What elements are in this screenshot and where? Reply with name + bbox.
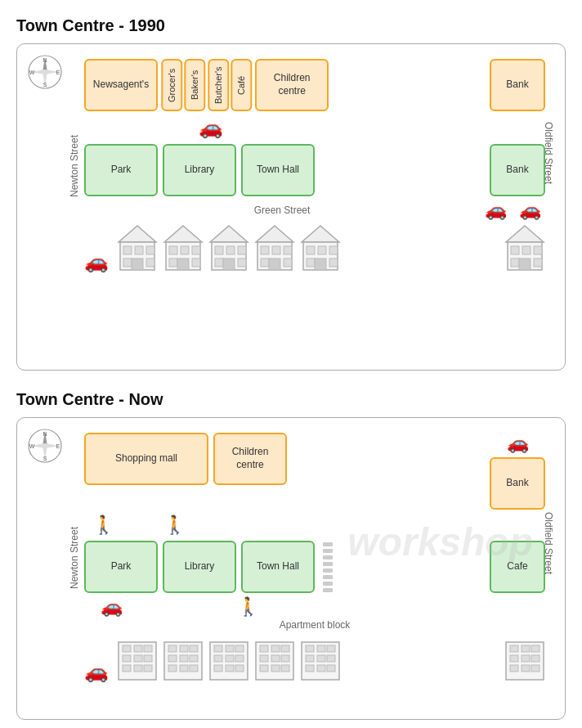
svg-rect-109 — [327, 645, 335, 652]
svg-rect-84 — [180, 665, 188, 672]
svg-text:S: S — [43, 456, 47, 461]
svg-rect-113 — [306, 665, 314, 672]
svg-rect-14 — [123, 258, 132, 267]
svg-rect-19 — [169, 246, 177, 254]
svg-marker-49 — [506, 226, 544, 242]
house-4 — [254, 224, 295, 273]
house-now-3 — [208, 634, 249, 683]
svg-rect-121 — [522, 655, 530, 662]
svg-rect-89 — [235, 645, 244, 652]
svg-rect-114 — [317, 665, 325, 672]
svg-rect-115 — [327, 665, 335, 672]
car-icon-now-row1: 🚗 — [507, 433, 529, 454]
svg-rect-79 — [190, 645, 198, 652]
svg-rect-31 — [238, 258, 246, 267]
svg-rect-125 — [531, 665, 539, 672]
svg-rect-98 — [271, 645, 280, 652]
bakers-building: Baker's — [184, 59, 205, 111]
svg-rect-15 — [146, 258, 154, 267]
svg-rect-67 — [123, 645, 131, 652]
svg-rect-39 — [284, 258, 292, 267]
svg-rect-119 — [531, 645, 539, 652]
map1-title: Town Centre - 1990 — [16, 16, 566, 35]
map1-left-street: Newton Street — [69, 135, 80, 197]
svg-rect-56 — [519, 258, 531, 270]
svg-rect-73 — [123, 665, 131, 672]
svg-rect-48 — [315, 258, 326, 270]
svg-marker-17 — [164, 226, 202, 242]
svg-rect-29 — [238, 246, 246, 254]
svg-marker-25 — [210, 226, 248, 242]
house-now-1 — [117, 634, 158, 683]
svg-rect-28 — [226, 246, 235, 254]
house-right-1990 — [504, 224, 545, 273]
house-now-right — [504, 634, 545, 683]
svg-rect-40 — [269, 258, 280, 270]
svg-rect-104 — [271, 665, 280, 672]
svg-rect-100 — [260, 655, 268, 662]
svg-rect-120 — [510, 655, 518, 662]
car-bottom-left: 🚗 — [84, 250, 109, 273]
svg-rect-20 — [181, 246, 189, 254]
svg-text:E: E — [56, 443, 60, 449]
apartment-label: Apartment block — [84, 619, 545, 631]
svg-rect-36 — [272, 246, 280, 254]
house-now-4 — [254, 634, 295, 683]
svg-rect-74 — [134, 665, 142, 672]
zebra-crossing — [323, 541, 333, 593]
grocers-building: Grocer's — [161, 59, 182, 111]
park-1990: Park — [84, 144, 158, 196]
svg-rect-108 — [317, 645, 325, 652]
butchers-building: Butcher's — [208, 59, 229, 111]
cafe-building-1990: Café — [231, 59, 252, 111]
svg-rect-105 — [281, 665, 289, 672]
children-centre-1990: Children centre — [255, 59, 329, 111]
pedestrian-icon-1: 🚶 — [92, 515, 114, 536]
pedestrian-icon-3: 🚶 — [237, 596, 259, 618]
bank-now-row1: Bank — [490, 457, 545, 510]
park-now: Park — [84, 541, 158, 593]
svg-rect-88 — [226, 645, 234, 652]
svg-rect-27 — [215, 246, 223, 254]
svg-rect-30 — [215, 258, 223, 267]
svg-rect-110 — [306, 655, 314, 662]
house-1 — [117, 224, 158, 273]
svg-rect-95 — [235, 665, 244, 672]
cafe-now: Cafe — [490, 541, 545, 593]
children-centre-now: Children centre — [213, 433, 287, 485]
library-now: Library — [163, 541, 236, 593]
svg-rect-12 — [135, 246, 143, 254]
svg-rect-43 — [307, 246, 315, 254]
svg-marker-33 — [256, 226, 293, 242]
newsagents-building: Newsagent's — [84, 59, 158, 111]
car-icon-2: 🚗 — [485, 200, 507, 221]
shopping-mall: Shopping mall — [84, 433, 208, 485]
pedestrian-icon-2: 🚶 — [163, 515, 186, 536]
svg-rect-117 — [510, 645, 518, 652]
map2-left-street: Newton Street — [69, 527, 80, 589]
svg-rect-123 — [510, 665, 518, 672]
car-icon-3: 🚗 — [519, 200, 541, 221]
svg-rect-72 — [144, 655, 152, 662]
svg-rect-37 — [284, 246, 292, 254]
map2-right-street: Oldfield Street — [543, 512, 554, 574]
compass-map2: N S W E — [27, 428, 63, 464]
svg-rect-93 — [214, 665, 222, 672]
svg-rect-46 — [307, 258, 315, 267]
svg-rect-47 — [329, 258, 338, 267]
bank-1990-row2: Bank — [490, 144, 545, 196]
svg-rect-112 — [327, 655, 335, 662]
svg-rect-97 — [260, 645, 268, 652]
svg-rect-69 — [144, 645, 152, 652]
svg-rect-45 — [329, 246, 338, 254]
svg-rect-38 — [261, 258, 269, 267]
svg-rect-13 — [146, 246, 154, 254]
town-hall-now: Town Hall — [241, 541, 315, 593]
svg-rect-78 — [180, 645, 188, 652]
svg-rect-68 — [134, 645, 142, 652]
green-street-label: Green Street — [84, 204, 480, 216]
svg-text:W: W — [29, 70, 35, 75]
svg-rect-92 — [235, 655, 244, 662]
house-3 — [208, 224, 249, 273]
svg-rect-24 — [177, 258, 189, 270]
